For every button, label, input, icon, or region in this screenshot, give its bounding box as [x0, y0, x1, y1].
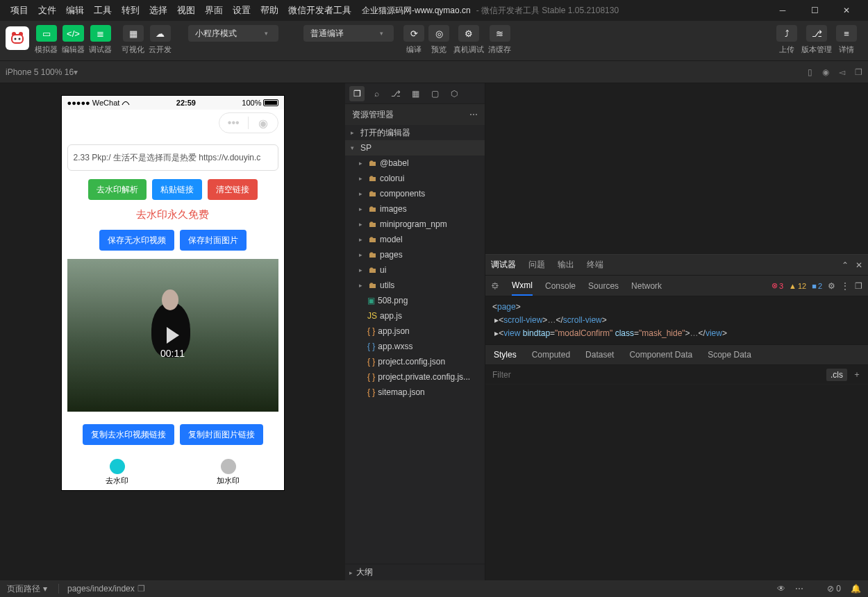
- device-select[interactable]: iPhone 5 100% 16: [6, 67, 74, 77]
- record-icon[interactable]: ◉: [822, 67, 829, 77]
- folder-ui[interactable]: ▸🖿 ui: [345, 262, 485, 278]
- tab-wxml[interactable]: Wxml: [512, 276, 533, 296]
- window-maximize[interactable]: ☐: [799, 0, 831, 21]
- editor-toggle[interactable]: </>: [62, 25, 84, 42]
- gear-icon[interactable]: ⚙: [828, 281, 835, 291]
- folder-@babel[interactable]: ▸🖿 @babel: [345, 155, 485, 171]
- folder-miniprogram_npm[interactable]: ▸🖿 miniprogram_npm: [345, 217, 485, 232]
- ext-icon[interactable]: ▦: [408, 86, 423, 101]
- compile-button[interactable]: ⟳: [403, 25, 424, 42]
- upload-button[interactable]: ⤴: [776, 25, 797, 42]
- open-editors-section[interactable]: ▸打开的编辑器: [345, 125, 485, 140]
- file-project.private.config.js...[interactable]: { } project.private.config.js...: [345, 369, 485, 385]
- warning-icon[interactable]: ⊘ 0: [827, 584, 841, 594]
- file-app.json[interactable]: { } app.json: [345, 323, 485, 339]
- menu-edit[interactable]: 编辑: [61, 4, 89, 17]
- file-project.config.json[interactable]: { } project.config.json: [345, 354, 485, 369]
- paste-button[interactable]: 粘贴链接: [152, 179, 202, 200]
- menu-settings[interactable]: 设置: [228, 4, 256, 17]
- clear-cache-button[interactable]: ≋: [490, 25, 510, 42]
- route-path[interactable]: pages/index/index❐: [67, 584, 145, 594]
- copy-video-button[interactable]: 复制去水印视频链接: [83, 424, 174, 445]
- tab-console[interactable]: Console: [545, 281, 576, 291]
- tab-debugger[interactable]: 调试器: [491, 259, 516, 271]
- menu-file[interactable]: 文件: [33, 4, 61, 17]
- save-cover-button[interactable]: 保存封面图片: [180, 230, 247, 251]
- bell-icon[interactable]: 🔔: [851, 584, 861, 594]
- real-device-button[interactable]: ⚙: [458, 25, 479, 42]
- file-app.wxss[interactable]: { } app.wxss: [345, 339, 485, 354]
- route-label[interactable]: 页面路径▾: [7, 583, 47, 595]
- window-close[interactable]: ✕: [831, 0, 862, 21]
- version-button[interactable]: ⎇: [806, 25, 827, 42]
- tab-compdata[interactable]: Component Data: [629, 350, 692, 360]
- run-icon[interactable]: ▢: [427, 86, 442, 101]
- menu-help[interactable]: 帮助: [256, 4, 283, 17]
- cls-toggle[interactable]: .cls: [826, 369, 847, 381]
- window-minimize[interactable]: ─: [767, 0, 799, 21]
- tab-terminal[interactable]: 终端: [587, 259, 603, 271]
- copy-icon[interactable]: ❐: [855, 67, 862, 77]
- file-sitemap.json[interactable]: { } sitemap.json: [345, 385, 485, 400]
- dock-icon[interactable]: ❐: [855, 281, 862, 291]
- clear-button[interactable]: 清空链接: [208, 179, 258, 200]
- git-icon[interactable]: ⎇: [388, 86, 403, 101]
- folder-utils[interactable]: ▸🖿 utils: [345, 278, 485, 293]
- save-video-button[interactable]: 保存无水印视频: [99, 230, 174, 251]
- root-section[interactable]: ▾SP: [345, 140, 485, 155]
- tab-styles[interactable]: Styles: [494, 350, 517, 360]
- tab-network[interactable]: Network: [631, 281, 662, 291]
- status-more-icon[interactable]: ⋯: [795, 584, 803, 594]
- error-badge[interactable]: ⊗ 3: [771, 281, 783, 290]
- simulator-toggle[interactable]: ▭: [36, 25, 57, 42]
- folder-images[interactable]: ▸🖿 images: [345, 201, 485, 217]
- preview-button[interactable]: ◎: [428, 25, 449, 42]
- url-input[interactable]: 2.33 Pkp:/ 生活不是选择而是热爱 https://v.douyin.c: [67, 144, 278, 171]
- folder-pages[interactable]: ▸🖿 pages: [345, 247, 485, 262]
- folder-model[interactable]: ▸🖿 model: [345, 232, 485, 247]
- file-app.js[interactable]: JS app.js: [345, 308, 485, 323]
- chevron-up-icon[interactable]: ⌃: [842, 260, 849, 270]
- cloud-dev[interactable]: ☁: [150, 25, 171, 42]
- eye-icon[interactable]: 👁: [777, 584, 785, 594]
- tab-computed[interactable]: Computed: [532, 350, 570, 360]
- tab-add[interactable]: 加水印: [217, 459, 240, 486]
- files-icon[interactable]: ❐: [349, 86, 365, 101]
- bug-icon[interactable]: ⬡: [446, 86, 462, 101]
- tab-remove[interactable]: 去水印: [106, 459, 128, 486]
- menu-select[interactable]: 选择: [144, 4, 172, 17]
- inspect-icon[interactable]: ⯐: [491, 281, 499, 291]
- search-icon[interactable]: ⌕: [369, 86, 384, 101]
- tab-scopedata[interactable]: Scope Data: [708, 350, 751, 360]
- video-player[interactable]: 00:11: [67, 259, 278, 412]
- warn-badge[interactable]: ▲ 12: [789, 282, 806, 290]
- tab-sources[interactable]: Sources: [588, 281, 619, 291]
- copy-cover-button[interactable]: 复制封面图片链接: [180, 424, 263, 445]
- folder-colorui[interactable]: ▸🖿 colorui: [345, 171, 485, 186]
- file-508.png[interactable]: ▣ 508.png: [345, 293, 485, 308]
- menu-wx-devtools[interactable]: 微信开发者工具: [283, 4, 356, 17]
- mode-select[interactable]: 小程序模式▾: [188, 25, 278, 42]
- parse-button[interactable]: 去水印解析: [88, 179, 147, 200]
- debugger-toggle[interactable]: ≣: [90, 25, 111, 42]
- details-button[interactable]: ≡: [836, 25, 857, 42]
- outline-section[interactable]: ▸大纲: [345, 564, 485, 580]
- info-badge[interactable]: ■ 2: [812, 282, 822, 290]
- capsule-close[interactable]: ◉: [249, 117, 278, 130]
- menu-interface[interactable]: 界面: [200, 4, 228, 17]
- menu-tools[interactable]: 工具: [89, 4, 117, 17]
- more-icon[interactable]: ⋯: [469, 110, 478, 119]
- visual-toggle[interactable]: ▦: [123, 25, 144, 42]
- screenshot-icon[interactable]: ▯: [808, 67, 812, 77]
- folder-components[interactable]: ▸🖿 components: [345, 186, 485, 201]
- tab-dataset[interactable]: Dataset: [585, 350, 614, 360]
- more-icon[interactable]: ⋮: [841, 281, 849, 291]
- close-icon[interactable]: ✕: [856, 260, 862, 270]
- dom-tree[interactable]: <page> ▸<scroll-view>…</scroll-view> ▸<v…: [485, 296, 868, 344]
- styles-filter-input[interactable]: [492, 370, 822, 380]
- capsule-menu[interactable]: •••: [219, 117, 249, 129]
- new-rule-icon[interactable]: ＋: [853, 369, 861, 380]
- send-icon[interactable]: ◅: [839, 67, 845, 77]
- menu-goto[interactable]: 转到: [117, 4, 144, 17]
- tab-output[interactable]: 输出: [558, 259, 574, 271]
